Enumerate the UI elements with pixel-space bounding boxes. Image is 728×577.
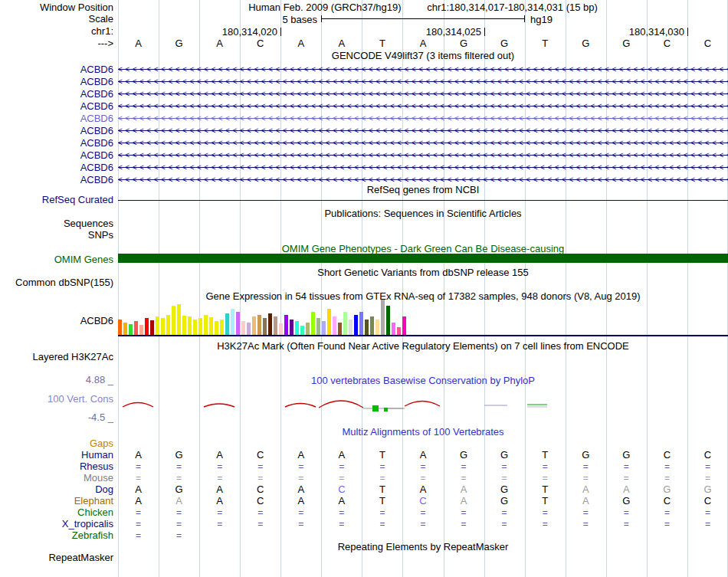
chrom-label: chr1: (0, 26, 113, 37)
ruler-position-tick (687, 28, 688, 36)
gencode-gene-label[interactable]: ACBD6 (0, 101, 113, 112)
species-label-rhesus[interactable]: Rhesus (0, 461, 113, 472)
species-label-elephant[interactable]: Elephant (0, 496, 113, 507)
phylop-track-label[interactable]: 100 Vert. Cons (0, 394, 113, 405)
alignment-cell: = (525, 473, 566, 484)
gencode-transcript[interactable]: <<<<<<<<<<<<<<<<<<<<<<<<<<<<<<<<<<<<<<<<… (118, 138, 728, 148)
alignment-cell: C (687, 496, 728, 507)
gencode-gene-label[interactable]: ACBD6 (0, 89, 113, 100)
omim-gene-bar[interactable] (118, 254, 728, 263)
species-label-chicken[interactable]: Chicken (0, 507, 113, 518)
gtex-tissue-bar (161, 318, 165, 335)
reference-base: A (118, 38, 159, 49)
ruler-position-label: 180,314,025 (415, 26, 481, 38)
alignment-cell: = (484, 473, 525, 484)
alignment-cell: C (647, 496, 687, 507)
gencode-transcript[interactable]: <<<<<<<<<<<<<<<<<<<<<<<<<<<<<<<<<<<<<<<<… (118, 162, 728, 172)
species-label-dog[interactable]: Dog (0, 484, 113, 495)
gtex-tissue-bar (392, 323, 395, 335)
gencode-transcript[interactable]: <<<<<<<<<<<<<<<<<<<<<<<<<<<<<<<<<<<<<<<<… (118, 101, 728, 111)
gtex-tissue-bar (252, 316, 256, 335)
gtex-tissue-bar (359, 312, 363, 335)
alignment-cell: = (484, 507, 525, 518)
gtex-tissue-bar (220, 320, 224, 335)
gencode-gene-label[interactable]: ACBD6 (0, 64, 113, 75)
gtex-tissue-bar (279, 323, 283, 335)
reference-base: A (280, 38, 321, 49)
alignment-cell: G (159, 484, 199, 495)
alignment-cell: A (159, 496, 199, 507)
gencode-gene-label[interactable]: ACBD6 (0, 138, 113, 149)
repeatmasker-label[interactable]: RepeatMasker (0, 552, 113, 563)
alignment-cell: A (606, 484, 647, 495)
gencode-gene-label[interactable]: ACBD6 (0, 162, 113, 173)
snps-label[interactable]: SNPs (0, 230, 113, 241)
gtex-tissue-bar (322, 321, 326, 335)
species-label-zebrafish[interactable]: Zebrafish (0, 530, 113, 541)
gencode-gene-label[interactable]: ACBD6 (0, 77, 113, 87)
gencode-transcript[interactable]: <<<<<<<<<<<<<<<<<<<<<<<<<<<<<<<<<<<<<<<<… (118, 150, 728, 160)
alignment-cell: = (280, 473, 321, 484)
ruler-tick-right (524, 15, 525, 22)
gencode-transcript[interactable]: <<<<<<<<<<<<<<<<<<<<<<<<<<<<<<<<<<<<<<<<… (118, 89, 728, 99)
refseq-curated-label[interactable]: RefSeq Curated (0, 195, 113, 205)
alignment-row-x_tropicalis: =============== (118, 519, 728, 529)
alignment-cell: = (402, 519, 443, 529)
reference-base: G (444, 38, 484, 49)
reference-base: T (525, 38, 566, 49)
header-line: Human Feb. 2009 (GRCh37/hg19) chr1:180,3… (118, 2, 728, 13)
alignment-cell: = (199, 507, 240, 518)
gencode-transcript[interactable]: <<<<<<<<<<<<<<<<<<<<<<<<<<<<<<<<<<<<<<<<… (118, 64, 728, 74)
species-label-human[interactable]: Human (0, 450, 113, 461)
conservation-wiggle[interactable] (118, 386, 728, 423)
dbsnp-label[interactable]: Common dbSNP(155) (0, 277, 113, 288)
alignment-cell: = (525, 519, 566, 529)
gtex-tissue-bar (139, 325, 143, 335)
repeatmasker-title: Repeating Elements by RepeatMasker (118, 542, 728, 552)
gtex-tissue-bar (156, 316, 159, 335)
gtex-tissue-bar (274, 316, 277, 335)
gencode-gene-label[interactable]: ACBD6 (0, 126, 113, 136)
conservation-peak (204, 404, 234, 407)
species-label-mouse[interactable]: Mouse (0, 473, 113, 484)
reference-base: A (199, 38, 240, 49)
alignment-cell: A (199, 496, 240, 507)
gtex-barchart[interactable] (118, 302, 408, 335)
alignment-row-dog: AGACACTAAGTAAGG (118, 484, 728, 495)
alignment-cell: = (118, 507, 159, 518)
reference-base: C (687, 38, 728, 49)
alignment-cell: = (199, 461, 240, 472)
assembly-text: Human Feb. 2009 (GRCh37/hg19) (248, 2, 401, 13)
strand-arrows: <<<<<<<<<<<<<<<<<<<<<<<<<<<<<<<<<<<<<<<<… (118, 113, 728, 123)
alignment-cell: = (159, 473, 199, 484)
alignment-cell: = (444, 519, 484, 529)
gtex-tissue-bar (236, 312, 240, 335)
gtex-tissue-bar (402, 316, 406, 335)
gencode-gene-label[interactable]: ACBD6 (0, 150, 113, 161)
alignment-cell: A (118, 450, 159, 461)
alignment-cell: = (240, 519, 280, 529)
h3k27ac-label[interactable]: Layered H3K27Ac (0, 352, 113, 362)
species-label-x_tropicalis[interactable]: X_tropicalis (0, 519, 113, 529)
gtex-tissue-bar (386, 306, 390, 335)
alignment-cell (606, 530, 647, 541)
gencode-transcript[interactable]: <<<<<<<<<<<<<<<<<<<<<<<<<<<<<<<<<<<<<<<<… (118, 126, 728, 136)
gencode-gene-label[interactable]: ACBD6 (0, 175, 113, 185)
alignment-cell: = (566, 507, 606, 518)
conservation-peak (285, 404, 316, 408)
strand-arrows: <<<<<<<<<<<<<<<<<<<<<<<<<<<<<<<<<<<<<<<<… (118, 89, 728, 99)
gtex-tissue-bar (290, 320, 293, 335)
sequences-label[interactable]: Sequences (0, 218, 113, 229)
gencode-gene-label[interactable]: ACBD6 (0, 113, 113, 124)
gtex-gene-label[interactable]: ACBD6 (0, 316, 113, 326)
gencode-transcript[interactable]: <<<<<<<<<<<<<<<<<<<<<<<<<<<<<<<<<<<<<<<<… (118, 113, 728, 123)
scale-label: Scale (0, 14, 113, 25)
gencode-transcript[interactable]: <<<<<<<<<<<<<<<<<<<<<<<<<<<<<<<<<<<<<<<<… (118, 77, 728, 87)
species-label-gaps[interactable]: Gaps (0, 438, 113, 449)
refseq-gene-line[interactable] (118, 200, 728, 201)
omim-genes-label[interactable]: OMIM Genes (0, 254, 113, 265)
alignment-cell: = (687, 519, 728, 529)
ruler-position-tick (280, 28, 281, 36)
alignment-cell (444, 530, 484, 541)
alignment-cell: = (402, 473, 443, 484)
